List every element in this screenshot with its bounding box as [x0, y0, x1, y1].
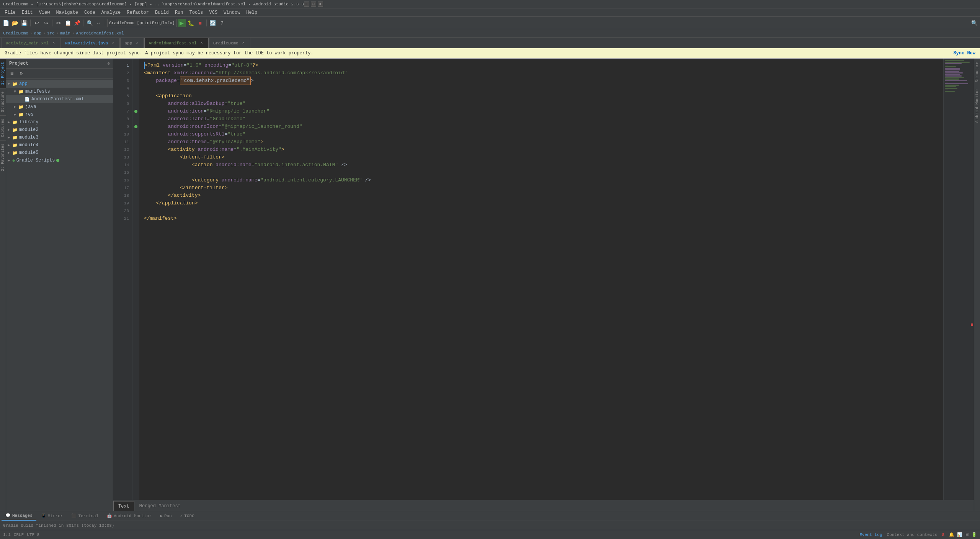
toolbar-save[interactable]: 💾 [20, 19, 28, 27]
tree-item-module4[interactable]: ▶ 📁 module4 [6, 141, 113, 149]
tree-item-module3[interactable]: ▶ 📁 module3 [6, 134, 113, 141]
gutter [132, 59, 139, 500]
toolbar-replace[interactable]: ↔ [95, 19, 103, 27]
code-line-1: <?xml version="1.0" encoding="utf-8"?> [144, 62, 939, 69]
breadcrumb-item-2[interactable]: src [47, 31, 55, 36]
terminal-label: Terminal [78, 514, 98, 518]
tree-item-gradle[interactable]: ▶ ⚙ Gradle Scripts [6, 157, 113, 164]
menu-tools[interactable]: Tools [186, 9, 206, 16]
tree-item-res[interactable]: ▶ 📁 res [6, 111, 113, 118]
debug-button[interactable]: 🐛 [187, 19, 195, 27]
favorites-tab[interactable]: 2: Favorites [0, 140, 6, 174]
tree-arrow-gradle: ▶ [8, 158, 12, 163]
line-num-1: 1 [113, 62, 132, 69]
menu-build[interactable]: Build [152, 9, 172, 16]
tab-close-icon[interactable]: × [241, 41, 246, 46]
search-everywhere-button[interactable]: 🔍 [970, 19, 978, 27]
status-bar: 1:1 CRLF UTF-8 Event Log Context and con… [0, 530, 980, 539]
panel-tab-mirror[interactable]: 📱 Mirror [37, 511, 67, 521]
line-num-4: 4 [113, 85, 132, 92]
stop-button[interactable]: ■ [196, 19, 204, 27]
tab-close-icon[interactable]: × [110, 41, 116, 46]
gutter-dot-7 [134, 110, 137, 113]
toolbar-cut[interactable]: ✂ [54, 19, 63, 27]
menu-run[interactable]: Run [172, 9, 186, 16]
toolbar-find[interactable]: 🔍 [85, 19, 94, 27]
tree-item-module2[interactable]: ▶ 📁 module2 [6, 126, 113, 134]
breadcrumb-item-0[interactable]: GradleDemo [3, 31, 28, 36]
right-vert-labels: Structure Android Monitor [974, 59, 980, 511]
line-num-17: 17 [113, 184, 132, 192]
help-button[interactable]: ? [218, 19, 226, 27]
collapse-all-btn[interactable]: ⊟ [8, 69, 16, 78]
captures-tab[interactable]: Captures [0, 115, 6, 140]
toolbar-redo[interactable]: ↪ [42, 19, 50, 27]
menu-analyze[interactable]: Analyze [98, 9, 124, 16]
toolbar-copy[interactable]: 📋 [64, 19, 72, 27]
run-button[interactable]: ▶ [178, 19, 186, 27]
panel-tab-run[interactable]: ▶ Run [156, 511, 175, 521]
sync-button[interactable]: 🔄 [209, 19, 217, 27]
panel-tab-todo[interactable]: ✓ TODO [176, 511, 198, 521]
tab-main-activity[interactable]: MainActivity.java × [61, 38, 120, 48]
menu-code[interactable]: Code [81, 9, 98, 16]
breadcrumb-item-4[interactable]: AndroidManifest.xml [76, 31, 124, 36]
notification-bar: Gradle files have changed since last pro… [0, 48, 980, 59]
menu-window[interactable]: Window [220, 9, 243, 16]
tab-close-icon[interactable]: × [199, 41, 204, 46]
bottom-tab-text[interactable]: Text [113, 501, 134, 511]
bottom-tab-merged[interactable]: Merged Manifest [134, 501, 186, 511]
menu-refactor[interactable]: Refactor [124, 9, 152, 16]
gradle-icon: ⚙ [12, 158, 15, 163]
code-line-18: </activity> [144, 192, 939, 199]
messages-label: Messages [12, 513, 33, 518]
tree-item-java[interactable]: ▶ 📁 java [6, 103, 113, 111]
structure-tab-left[interactable]: Structure [0, 88, 6, 115]
tab-close-icon[interactable]: × [134, 41, 140, 46]
breadcrumb-item-1[interactable]: app [34, 31, 42, 36]
tree-item-app[interactable]: ▼ 📁 app [6, 80, 113, 88]
breadcrumb-item-3[interactable]: main [60, 31, 70, 36]
menu-navigate[interactable]: Navigate [53, 9, 81, 16]
tree-item-manifests[interactable]: ▼ 📁 manifests [6, 88, 113, 95]
code-editor: 1 2 3 4 5 6 7 8 9 10 11 12 13 14 15 16 1… [113, 59, 974, 500]
tree-item-library[interactable]: ▶ 📁 library [6, 118, 113, 126]
menu-edit[interactable]: Edit [19, 9, 36, 16]
maximize-btn[interactable]: □ [311, 2, 316, 7]
tree-item-module5[interactable]: ▶ 📁 module5 [6, 149, 113, 157]
toolbar-new[interactable]: 📄 [2, 19, 10, 27]
mini-line-2 [945, 62, 970, 63]
tab-activity-main[interactable]: activity_main.xml × [2, 38, 60, 48]
panel-tab-android-monitor[interactable]: 🤖 Android Monitor [103, 511, 155, 521]
menu-file[interactable]: File [2, 9, 19, 16]
tree-label-res: res [25, 112, 34, 117]
close-btn[interactable]: ✕ [318, 2, 323, 7]
menu-help[interactable]: Help [243, 9, 260, 16]
toolbar-open[interactable]: 📂 [11, 19, 19, 27]
xml-icon-manifest: 📄 [24, 97, 30, 102]
menu-view[interactable]: View [36, 9, 53, 16]
minimize-btn[interactable]: ─ [304, 2, 309, 7]
tab-gradle-demo[interactable]: GradleDemo × [209, 38, 250, 48]
tree-item-androidmanifest[interactable]: ▷ 📄 AndroidManifest.xml [6, 95, 113, 103]
line-num-14: 14 [113, 161, 132, 169]
panel-tab-messages[interactable]: 💬 Messages [2, 511, 36, 521]
android-monitor-vert-label[interactable]: Android Monitor [974, 85, 980, 126]
structure-vert-label[interactable]: Structure [974, 59, 980, 85]
notification-message: Gradle files have changed since last pro… [5, 51, 314, 56]
mini-line-9 [945, 72, 963, 74]
code-line-6: android:allowBackup="true" [144, 100, 939, 108]
toolbar-undo[interactable]: ↩ [33, 19, 41, 27]
toolbar-paste[interactable]: 📌 [73, 19, 81, 27]
sync-now-link[interactable]: Sync Now [953, 51, 975, 56]
tab-android-manifest[interactable]: AndroidManifest.xml × [144, 38, 208, 48]
panel-tab-terminal[interactable]: ⬛ Terminal [67, 511, 102, 521]
code-content[interactable]: <?xml version="1.0" encoding="utf-8"?> <… [139, 59, 943, 500]
event-log-label[interactable]: Event Log [859, 532, 882, 537]
tab-close-icon[interactable]: × [51, 41, 56, 46]
project-tab[interactable]: 1: Project [0, 59, 6, 88]
settings-btn[interactable]: ⚙ [17, 69, 25, 78]
mini-line-19 [945, 88, 957, 89]
menu-vcs[interactable]: VCS [206, 9, 221, 16]
tab-app[interactable]: app × [120, 38, 144, 48]
